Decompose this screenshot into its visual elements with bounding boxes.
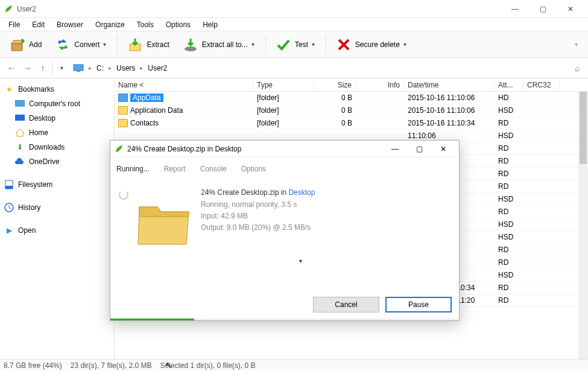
- tab-console[interactable]: Console: [200, 165, 227, 173]
- extract-button[interactable]: Extract: [121, 34, 175, 55]
- dialog-meta1: Running, normal priority, 3.5 s: [201, 199, 450, 211]
- app-leaf-icon: [4, 4, 13, 14]
- menu-browser[interactable]: Browser: [51, 19, 89, 30]
- menu-organize[interactable]: Organize: [89, 19, 131, 30]
- spinner-icon: [119, 190, 128, 200]
- nav-up-button[interactable]: ↑: [35, 63, 51, 73]
- chevron-down-icon[interactable]: ▾: [54, 65, 69, 71]
- cloud-icon: [14, 157, 25, 166]
- clock-icon: [4, 203, 14, 212]
- dialog-headline: 24% Create Desktop.zip in Desktop: [201, 186, 450, 197]
- scrollbar[interactable]: [578, 92, 588, 359]
- tab-running[interactable]: Running...: [116, 165, 150, 173]
- svg-rect-4: [74, 65, 83, 71]
- svg-marker-13: [139, 207, 189, 217]
- nav-back-button[interactable]: ←: [4, 63, 19, 73]
- window-title: User2: [17, 5, 501, 13]
- chevron-down-icon: ▾: [251, 41, 254, 48]
- navbar: ← → ↑ ▾ ▸ C:▸ Users▸ User2 ⌕: [0, 58, 588, 78]
- star-icon: ★: [4, 84, 14, 94]
- sidebar-bookmarks[interactable]: ★Bookmarks: [2, 82, 112, 97]
- menubar: File Edit Browser Organize Tools Options…: [0, 18, 588, 31]
- status-bar: 8.7 GB free (44%) 23 dir(s), 7 file(s), …: [0, 359, 588, 371]
- scrollbar-thumb[interactable]: [580, 92, 587, 164]
- maximize-button[interactable]: ▢: [529, 0, 557, 18]
- pause-button[interactable]: Pause: [385, 297, 452, 312]
- svg-rect-0: [11, 43, 22, 51]
- cancel-button[interactable]: Cancel: [313, 297, 379, 312]
- tab-report[interactable]: Report: [164, 165, 186, 173]
- home-icon: [14, 128, 25, 138]
- status-free: 8.7 GB free (44%): [4, 361, 62, 370]
- svg-rect-10: [5, 186, 13, 189]
- app-leaf-icon: [114, 144, 124, 154]
- dialog-close-button[interactable]: ✕: [431, 141, 455, 157]
- dialog-maximize-button[interactable]: ▢: [407, 141, 431, 157]
- dialog-meta3: Output: 9.0 MB (20%) @ 2.5 MB/s: [201, 222, 450, 233]
- svg-rect-6: [15, 100, 25, 106]
- menu-edit[interactable]: Edit: [26, 19, 51, 30]
- table-row[interactable]: Application Data[folder]0 B2015-10-16 11…: [115, 104, 588, 117]
- nav-forward-button[interactable]: →: [19, 63, 35, 73]
- table-row[interactable]: AppData[folder]0 B2015-10-16 11:10:06HD: [115, 92, 588, 104]
- test-button[interactable]: Test ▾: [270, 34, 321, 55]
- folder-icon: [118, 119, 128, 127]
- svg-rect-7: [15, 115, 25, 121]
- sidebar-downloads[interactable]: ⬇Downloads: [2, 140, 112, 154]
- svg-point-3: [185, 46, 197, 51]
- convert-button[interactable]: Convert ▾: [49, 34, 112, 55]
- download-icon: ⬇: [14, 142, 25, 152]
- menu-file[interactable]: File: [2, 19, 26, 30]
- dialog-destination-link[interactable]: Desktop: [288, 188, 315, 197]
- chevron-down-icon[interactable]: ▾: [299, 258, 302, 264]
- sidebar-onedrive[interactable]: OneDrive: [2, 154, 112, 169]
- extract-all-icon: [183, 37, 198, 52]
- menu-tools[interactable]: Tools: [131, 19, 160, 30]
- status-selected: Selected 1 dir(s), 0 file(s), 0 B: [160, 361, 255, 370]
- play-icon: ▶: [4, 226, 14, 235]
- dialog-meta2: Input: 42.9 MB: [201, 211, 450, 222]
- sidebar-history[interactable]: History: [2, 200, 112, 215]
- menu-help[interactable]: Help: [197, 19, 224, 30]
- sidebar-computers-root[interactable]: Computer's root: [2, 97, 112, 111]
- toolbar-overflow-button[interactable]: +: [568, 40, 584, 49]
- extract-icon: [127, 37, 143, 52]
- breadcrumb[interactable]: ▸ C:▸ Users▸ User2: [73, 64, 167, 72]
- convert-icon: [55, 37, 71, 52]
- column-headers[interactable]: Name < Type Size Info Date/time Att... C…: [115, 78, 588, 92]
- sidebar: ★Bookmarks Computer's root Desktop Home …: [0, 78, 115, 359]
- sidebar-filesystem[interactable]: Filesystem: [2, 177, 112, 192]
- check-icon: [276, 37, 291, 52]
- svg-rect-5: [77, 71, 80, 72]
- dialog-minimize-button[interactable]: —: [383, 141, 407, 157]
- table-row[interactable]: Contacts[folder]0 B2015-10-16 11:10:34RD: [115, 117, 588, 130]
- svg-marker-8: [16, 129, 24, 136]
- dialog-title: 24% Create Desktop.zip in Desktop: [127, 145, 383, 153]
- extract-all-button[interactable]: Extract all to... ▾: [177, 34, 261, 55]
- minimize-button[interactable]: —: [501, 0, 529, 18]
- secure-delete-button[interactable]: Secure delete ▾: [330, 34, 413, 55]
- search-icon[interactable]: ⌕: [570, 63, 584, 73]
- progress-dialog: 24% Create Desktop.zip in Desktop — ▢ ✕ …: [110, 140, 460, 321]
- folder-large-icon: [137, 198, 191, 247]
- desktop-icon: [14, 113, 25, 123]
- tab-options[interactable]: Options: [241, 165, 266, 173]
- chevron-down-icon: ▾: [312, 41, 315, 48]
- sidebar-open[interactable]: ▶Open: [2, 223, 112, 238]
- folder-icon: [118, 106, 128, 115]
- x-delete-icon: [336, 37, 352, 52]
- sidebar-home[interactable]: Home: [2, 125, 112, 140]
- chevron-down-icon: ▾: [103, 41, 106, 48]
- status-counts: 23 dir(s), 7 file(s), 2.0 MB: [71, 361, 152, 370]
- close-button[interactable]: ✕: [557, 0, 584, 18]
- disk-icon: [4, 180, 14, 189]
- chevron-down-icon: ▾: [403, 41, 406, 48]
- toolbar: Add Convert ▾ Extract Extract all to... …: [0, 31, 588, 58]
- sidebar-desktop[interactable]: Desktop: [2, 111, 112, 125]
- add-button[interactable]: Add: [4, 34, 48, 55]
- monitor-icon: [14, 99, 25, 109]
- folder-icon: [118, 94, 128, 102]
- progress-bar: [110, 319, 459, 320]
- menu-options[interactable]: Options: [160, 19, 197, 30]
- titlebar: User2 — ▢ ✕: [0, 0, 588, 18]
